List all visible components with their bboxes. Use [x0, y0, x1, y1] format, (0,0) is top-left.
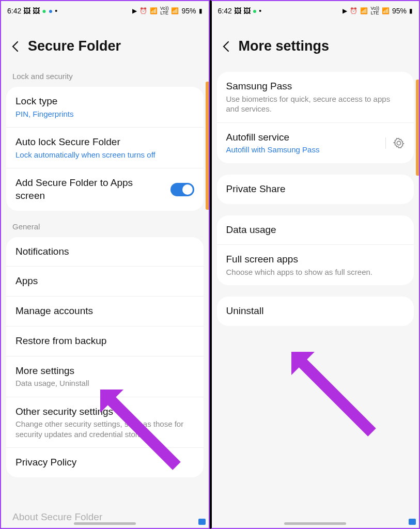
- row-notifications[interactable]: Notifications: [6, 237, 204, 267]
- edge-indicator: [206, 82, 209, 210]
- wifi-icon: 📶: [150, 7, 158, 14]
- more-icon: •: [55, 7, 57, 15]
- card-pass-autofill: Samsung Pass Use biometrics for quick, s…: [217, 72, 414, 163]
- app-icon: ●: [49, 7, 53, 15]
- edge-indicator: [416, 80, 419, 176]
- battery-icon: ▮: [199, 7, 203, 14]
- section-label-lock: Lock and security: [1, 72, 209, 87]
- card-private-share: Private Share: [217, 175, 414, 204]
- page-header: More settings: [212, 18, 419, 72]
- back-icon[interactable]: [222, 41, 229, 52]
- card-lock-security: Lock type PIN, Fingerprints Auto lock Se…: [6, 87, 204, 211]
- phone-right: 6:42 🖼 🖼 ● • ▶ ⏰ 📶 Vo))LTE 📶 95% ▮ More …: [210, 0, 421, 529]
- annotation-arrow: [279, 339, 377, 438]
- row-about-cutoff: About Secure Folder: [12, 511, 102, 523]
- corner-badge: [198, 519, 206, 525]
- row-add-to-apps[interactable]: Add Secure Folder to Apps screen: [6, 168, 204, 210]
- row-other-security[interactable]: Other security settings Change other sec…: [6, 397, 204, 448]
- row-manage-accounts[interactable]: Manage accounts: [6, 297, 204, 326]
- page-header: Secure Folder: [1, 18, 209, 72]
- gear-icon[interactable]: [393, 137, 405, 149]
- youtube-icon: ▶: [343, 7, 347, 14]
- network-type: Vo))LTE: [370, 6, 379, 15]
- alarm-icon: ⏰: [350, 7, 357, 14]
- row-samsung-pass[interactable]: Samsung Pass Use biometrics for quick, s…: [217, 72, 414, 123]
- toggle-add-to-apps[interactable]: [170, 183, 194, 196]
- row-lock-type[interactable]: Lock type PIN, Fingerprints: [6, 87, 204, 128]
- card-uninstall: Uninstall: [217, 297, 414, 326]
- picture-icon: 🖼: [23, 7, 30, 15]
- page-title: More settings: [239, 38, 330, 54]
- card-general: Notifications Apps Manage accounts Resto…: [6, 237, 204, 477]
- row-privacy-policy[interactable]: Privacy Policy: [6, 448, 204, 477]
- corner-badge: [409, 519, 416, 525]
- signal-icon: 📶: [382, 7, 390, 14]
- network-type: Vo))LTE: [160, 6, 169, 15]
- battery-pct: 95%: [181, 7, 196, 15]
- card-data-fullscreen: Data usage Full screen apps Choose which…: [217, 215, 414, 286]
- status-bar: 6:42 🖼 🖼 ● ● • ▶ ⏰ 📶 Vo))LTE 📶 95% ▮: [1, 1, 209, 18]
- page-title: Secure Folder: [28, 38, 121, 54]
- more-icon: •: [259, 7, 261, 15]
- picture-icon: 🖼: [234, 7, 241, 15]
- whatsapp-icon: ●: [42, 7, 46, 15]
- status-time: 6:42: [7, 7, 21, 15]
- youtube-icon: ▶: [132, 7, 137, 14]
- home-indicator[interactable]: [74, 522, 136, 525]
- picture-icon: 🖼: [33, 7, 40, 15]
- row-data-usage[interactable]: Data usage: [217, 215, 414, 245]
- signal-icon: 📶: [171, 7, 179, 14]
- whatsapp-icon: ●: [253, 7, 257, 15]
- row-auto-lock[interactable]: Auto lock Secure Folder Lock automatical…: [6, 128, 204, 168]
- row-autofill[interactable]: Autofill service Autofill with Samsung P…: [217, 123, 414, 163]
- row-restore-backup[interactable]: Restore from backup: [6, 326, 204, 356]
- row-private-share[interactable]: Private Share: [217, 175, 414, 204]
- row-apps[interactable]: Apps: [6, 267, 204, 297]
- status-bar: 6:42 🖼 🖼 ● • ▶ ⏰ 📶 Vo))LTE 📶 95% ▮: [212, 1, 419, 18]
- row-uninstall[interactable]: Uninstall: [217, 297, 414, 326]
- picture-icon: 🖼: [243, 7, 251, 15]
- wifi-icon: 📶: [360, 7, 368, 14]
- battery-icon: ▮: [409, 7, 413, 14]
- row-more-settings[interactable]: More settings Data usage, Uninstall: [6, 356, 204, 397]
- row-fullscreen-apps[interactable]: Full screen apps Choose which apps to sh…: [217, 245, 414, 285]
- back-icon[interactable]: [11, 41, 19, 52]
- battery-pct: 95%: [392, 7, 407, 15]
- section-label-general: General: [1, 222, 209, 237]
- alarm-icon: ⏰: [139, 7, 147, 14]
- status-time: 6:42: [218, 7, 232, 15]
- home-indicator[interactable]: [284, 522, 346, 525]
- phone-left: 6:42 🖼 🖼 ● ● • ▶ ⏰ 📶 Vo))LTE 📶 95% ▮ Sec…: [0, 0, 210, 529]
